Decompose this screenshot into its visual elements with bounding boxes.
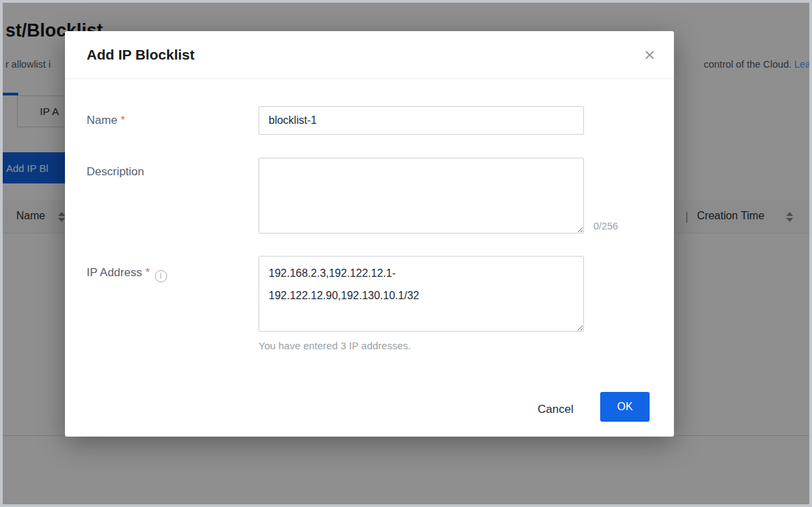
- ip-address-label-text: IP Address: [87, 266, 142, 279]
- description-label-text: Description: [87, 165, 144, 178]
- required-asterisk: *: [120, 114, 125, 127]
- name-label: Name*: [87, 114, 125, 127]
- dialog-header: Add IP Blocklist ×: [65, 31, 674, 79]
- close-button[interactable]: ×: [639, 44, 660, 64]
- info-icon[interactable]: i: [155, 270, 167, 282]
- ip-address-textarea[interactable]: 192.168.2.3,192.122.12.1- 192.122.12.90,…: [258, 256, 584, 332]
- name-label-text: Name: [87, 114, 117, 127]
- ok-button[interactable]: OK: [600, 392, 650, 422]
- close-icon: ×: [644, 46, 656, 63]
- required-asterisk: *: [145, 266, 150, 279]
- ip-count-helper-text: You have entered 3 IP addresses.: [258, 340, 411, 351]
- dialog-title: Add IP Blocklist: [87, 47, 194, 63]
- cancel-button[interactable]: Cancel: [525, 397, 586, 422]
- app-window: st/Blocklist r allowlist i control of th…: [0, 0, 812, 507]
- description-label: Description: [87, 165, 144, 179]
- add-ip-blocklist-dialog: Add IP Blocklist × Name* Description 0/2…: [65, 31, 674, 437]
- name-input[interactable]: [258, 106, 584, 135]
- ip-address-label: IP Address*i: [87, 266, 167, 282]
- info-icon-glyph: i: [160, 271, 162, 281]
- description-textarea[interactable]: [258, 158, 584, 234]
- description-char-counter: 0/256: [593, 221, 618, 232]
